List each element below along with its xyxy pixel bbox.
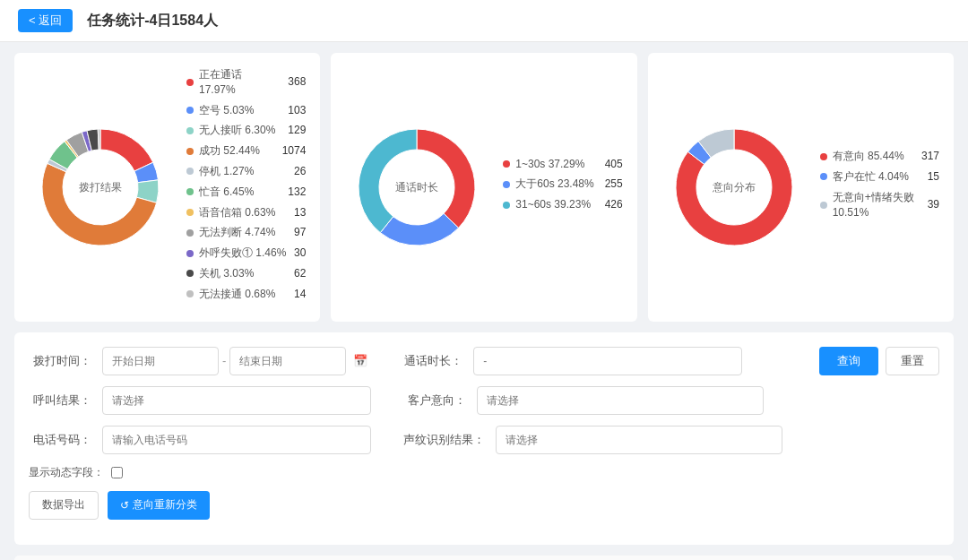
legend-item: 空号 5.03% 103 [186, 103, 306, 118]
legend-dot [186, 270, 194, 277]
legend-text: 1~30s 37.29% [515, 157, 597, 172]
legend-value: 132 [288, 185, 306, 200]
query-button[interactable]: 查询 [819, 347, 878, 375]
legend-dot [186, 148, 194, 155]
legend-text: 有意向 85.44% [833, 149, 914, 164]
col-caller-name: 主叫名称 [203, 556, 339, 560]
legend-value: 1074 [282, 143, 307, 159]
voice-recognition-label: 声纹识别结果： [403, 432, 485, 448]
show-dynamic-checkbox[interactable] [111, 467, 123, 478]
col-duration: 呼出时长 [726, 556, 791, 560]
legend-text: 大于60s 23.48% [515, 177, 597, 192]
legend-text: 正在通话 17.97% [199, 67, 281, 98]
voice-recognition-select[interactable] [496, 426, 782, 454]
export-button[interactable]: 数据导出 [29, 491, 99, 520]
col-rounds: 拨轮轮次 [661, 556, 726, 560]
col-called-num: 被叫号码 [87, 556, 203, 560]
legend-text: 停机 1.27% [199, 164, 287, 179]
legend-dot [820, 173, 827, 180]
legend-item: 语音信箱 0.63% 13 [186, 205, 306, 220]
legend-text: 语音信箱 0.63% [199, 205, 287, 220]
col-call-time: 呼出时间 [540, 556, 661, 560]
legend-dot [820, 153, 827, 160]
legend-item: 1~30s 37.29% 405 [503, 157, 622, 172]
col-result: 呼叫结果 [791, 556, 855, 560]
legend-item: 31~60s 39.23% 426 [503, 197, 622, 212]
call-duration-card: 通话时长 1~30s 37.29% 405 大于60s 23.48% 255 3… [331, 53, 636, 322]
back-button[interactable]: < 返回 [18, 9, 73, 32]
legend-item: 客户在忙 4.04% 15 [820, 169, 939, 185]
call-duration-input[interactable] [473, 347, 742, 375]
legend-dot [820, 202, 827, 209]
legend-item: 成功 52.44% 1074 [186, 143, 306, 159]
legend-dot [186, 250, 194, 257]
legend-dot [186, 107, 194, 114]
col-caller-num: 主叫号码 [338, 556, 454, 560]
legend-item: 无人接听 6.30% 129 [186, 123, 306, 138]
legend-text: 空号 5.03% [199, 103, 281, 118]
col-template: 模板 [454, 556, 540, 560]
dial-time-label: 拨打时间： [29, 353, 91, 369]
legend-dot [186, 290, 194, 297]
filter-section: 拨打时间： - 📅 通话时长： 查询 重置 呼叫结果： 客户意向： 电话号码： … [14, 332, 954, 545]
legend-text: 成功 52.44% [199, 143, 275, 159]
checkbox-row: 显示动态字段： [29, 465, 939, 480]
sentiment-legend: 有意向 85.44% 317 客户在忙 4.04% 15 无意向+情绪失败 10… [806, 149, 939, 225]
charts-section: 拨打结果 正在通话 17.97% 368 空号 5.03% 103 无人接听 6… [0, 42, 968, 332]
call-duration-label: 通话时长 [395, 179, 438, 194]
call-duration-chart: 通话时长 [345, 116, 488, 259]
phone-input[interactable] [102, 426, 371, 454]
sentiment-chart: 意向分布 [662, 116, 806, 259]
legend-value: 368 [288, 74, 306, 90]
date-range: - 📅 [102, 347, 367, 375]
legend-dot [186, 168, 194, 175]
legend-item: 停机 1.27% 26 [186, 164, 306, 179]
legend-value: 14 [294, 287, 306, 302]
call-result-card: 拨打结果 正在通话 17.97% 368 空号 5.03% 103 无人接听 6… [14, 53, 320, 322]
table-section: 所属任务 被叫号码 主叫名称 主叫号码 模板 呼出时间 拨轮轮次 呼出时长 呼叫… [14, 556, 954, 560]
legend-dot [186, 127, 194, 134]
customer-sentiment-label: 客户意向： [403, 392, 466, 409]
legend-text: 客户在忙 4.04% [833, 169, 920, 185]
reclassify-button[interactable]: ↺ 意向重新分类 [108, 491, 210, 520]
legend-item: 无意向+情绪失败 10.51% 39 [820, 190, 939, 220]
legend-value: 13 [294, 205, 306, 220]
legend-dot [503, 181, 510, 188]
end-date-input[interactable] [229, 347, 346, 375]
refresh-icon: ↺ [120, 499, 129, 512]
reset-button[interactable]: 重置 [886, 347, 939, 375]
start-date-input[interactable] [102, 347, 219, 375]
legend-value: 255 [605, 177, 623, 192]
legend-item: 有意向 85.44% 317 [820, 149, 939, 164]
legend-item: 大于60s 23.48% 255 [503, 177, 622, 192]
call-result-select[interactable] [102, 386, 371, 415]
legend-dot [186, 209, 194, 216]
call-result-filter-label: 呼叫结果： [29, 392, 91, 409]
legend-text: 31~60s 39.23% [515, 197, 597, 212]
col-action: 操作 [938, 556, 954, 560]
customer-sentiment-select[interactable] [477, 386, 764, 415]
action-bar: 数据导出 ↺ 意向重新分类 [29, 491, 939, 520]
filter-row-2: 呼叫结果： 客户意向： [29, 386, 939, 415]
legend-value: 62 [294, 266, 306, 281]
filter-row-1: 拨打时间： - 📅 通话时长： 查询 重置 [29, 347, 939, 375]
legend-value: 129 [288, 123, 306, 138]
legend-text: 关机 3.03% [199, 266, 287, 281]
legend-dot [503, 160, 510, 168]
date-separator: - [222, 354, 226, 367]
col-task: 所属任务 [14, 556, 87, 560]
legend-item: 无法接通 0.68% 14 [186, 287, 306, 302]
legend-value: 405 [605, 157, 623, 172]
reclassify-label: 意向重新分类 [133, 497, 197, 513]
legend-item: 忙音 6.45% 132 [186, 185, 306, 200]
legend-value: 317 [921, 149, 939, 164]
legend-value: 103 [288, 103, 306, 118]
call-duration-filter-label: 通话时长： [400, 353, 462, 369]
legend-item: 外呼失败① 1.46% 30 [186, 246, 306, 261]
legend-value: 30 [294, 246, 306, 261]
legend-value: 26 [294, 164, 306, 179]
filter-row-3: 电话号码： 声纹识别结果： [29, 426, 939, 454]
data-table: 所属任务 被叫号码 主叫名称 主叫号码 模板 呼出时间 拨轮轮次 呼出时长 呼叫… [14, 556, 954, 560]
legend-text: 无意向+情绪失败 10.51% [833, 190, 920, 220]
legend-text: 忙音 6.45% [199, 185, 281, 200]
